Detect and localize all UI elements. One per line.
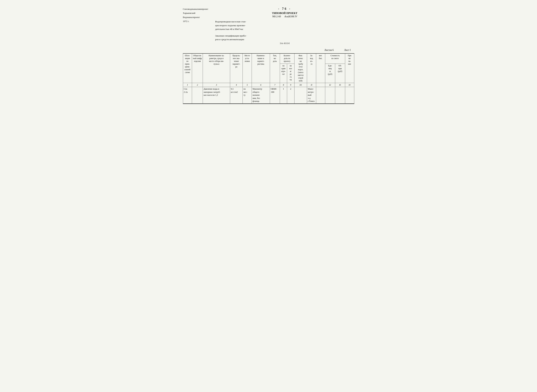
cell-name: Манометробщегоназначения, безфланца bbox=[252, 87, 270, 104]
cell-qty-all: 2 bbox=[287, 87, 294, 104]
description: Водопроводная насосная стан- ция второго… bbox=[215, 20, 354, 31]
table-row: I-2а2-2а Давление воды внапорных патруб-… bbox=[183, 87, 354, 104]
project-number-row: 90I-2-60 АльБОМ IV bbox=[215, 15, 354, 18]
header: Союзводоканалниипроект Харьковский Водок… bbox=[183, 7, 354, 45]
spec-line3: ЭА-ЗСО/I bbox=[215, 41, 354, 45]
org-year: 1972 г. bbox=[183, 19, 208, 23]
org-line2: Харьковский bbox=[183, 11, 208, 15]
num-7: 7 bbox=[270, 83, 280, 87]
total-sheets: Листов 6 bbox=[324, 49, 334, 51]
cell-cost-unit bbox=[325, 87, 335, 104]
cell-range: 9,5кгс/см2 bbox=[230, 87, 243, 104]
spec-title: Заказная спецификация прибо- ров и средс… bbox=[215, 34, 354, 45]
num-5: 5 bbox=[243, 83, 252, 87]
col-header-4: Предель-ное зна-чениепарамет-ра bbox=[230, 54, 243, 83]
col-header-1: ЕЕпо-зициипоприн-ципи-альнойсхеме bbox=[183, 54, 192, 83]
col-header-2: Общесов-ный шифризделия bbox=[192, 54, 203, 83]
main-table-container: ЕЕпо-зициипоприн-ципи-альнойсхеме Общесо… bbox=[183, 53, 354, 104]
num-3: 3 bbox=[203, 83, 230, 87]
num-12: I2 bbox=[325, 83, 335, 87]
cell-cost-total bbox=[335, 87, 345, 104]
col-header-9: Фак-тическитребуетсяиздел.(заполняетсяст… bbox=[294, 54, 307, 83]
num-12-label bbox=[316, 83, 325, 87]
num-2: 2 bbox=[192, 83, 203, 87]
num-4: 4 bbox=[230, 83, 243, 87]
header-center: - 76 - ТИПОВОЙ ПРОЕКТ 90I-2-60 АльБОМ IV… bbox=[208, 7, 354, 45]
cell-description: Давление воды внапорных патруб-ках насос… bbox=[203, 87, 230, 104]
num-8: 8 bbox=[280, 83, 287, 87]
album-number: АльБОМ IV bbox=[284, 15, 297, 18]
project-type: ТИПОВОЙ ПРОЕКТ bbox=[215, 12, 354, 15]
cell-qty-one: I bbox=[280, 87, 287, 104]
cell-note bbox=[345, 87, 354, 104]
org-line1: Союзводоканалниипроект bbox=[183, 7, 208, 11]
header-left: Союзводоканалниипроект Харьковский Водок… bbox=[183, 7, 208, 45]
desc-line3: дительностью 48 и 90м³/час bbox=[215, 27, 354, 31]
page-number: - 76 - bbox=[215, 7, 354, 11]
col-header-11: вит.бит. bbox=[316, 54, 325, 83]
current-sheet: Лист I bbox=[344, 49, 351, 51]
num-11: II bbox=[307, 83, 316, 87]
spec-line1: Заказная спецификация прибо- bbox=[215, 34, 354, 38]
col-header-12: Еди-ницы(руб) bbox=[325, 64, 335, 83]
spec-line2: ров и средств автоматизации bbox=[215, 37, 354, 41]
table-header-row: ЕЕпо-зициипоприн-ципи-альнойсхеме Общесо… bbox=[183, 54, 354, 64]
sheet-info: Листов 6 Лист I bbox=[183, 49, 354, 51]
num-10: IO bbox=[294, 83, 307, 87]
specification-table: ЕЕпо-зициипоприн-ципи-альнойсхеме Общесо… bbox=[183, 54, 354, 104]
desc-line2: ция второго подъема произво- bbox=[215, 23, 354, 28]
num-6: 6 bbox=[252, 83, 270, 87]
num-1: I bbox=[183, 83, 192, 87]
num-14: I4 bbox=[345, 83, 354, 87]
col-header-5: Местоуста-новки bbox=[243, 54, 252, 83]
cell-type: ОБМI--I00 bbox=[270, 87, 280, 104]
project-number: 90I-2-60 bbox=[272, 15, 281, 18]
col-header-12-group: Стоимостьпо смете bbox=[325, 54, 345, 64]
desc-line1: Водопроводная насосная стан- bbox=[215, 20, 354, 23]
col-header-10: За-водиз-го bbox=[307, 54, 316, 83]
table-num-row: I 2 3 4 5 6 7 8 9 IO II I2 IS I4 bbox=[183, 83, 354, 87]
col-header-14: Примеча-ние bbox=[345, 54, 354, 83]
cell-location: помес-ту bbox=[243, 87, 252, 104]
num-9: 9 bbox=[287, 83, 294, 87]
cell-position: I-2а2-2а bbox=[183, 87, 192, 104]
cell-actual bbox=[294, 87, 307, 104]
col-header-8b: навсеагрегаты bbox=[287, 64, 294, 83]
col-header-6: Наимено-вание ихаракте-ристика bbox=[252, 54, 270, 83]
cell-col11 bbox=[316, 87, 325, 104]
cell-code bbox=[192, 87, 203, 104]
col-header-8a: наодинагре-гат bbox=[280, 64, 287, 83]
org-line3: Водоканалпроект bbox=[183, 15, 208, 19]
col-header-3: Наименование па-раметра, среда иместо от… bbox=[203, 54, 230, 83]
col-header-8-group: Количе-дель попроекту bbox=[280, 54, 294, 64]
col-header-13: Об-щая(руб) bbox=[335, 64, 345, 83]
num-13: IS bbox=[335, 83, 345, 87]
col-header-7: Тип,модель bbox=[270, 54, 280, 83]
cell-manufacturer: Мано-метро-выйз-дг.Томск bbox=[307, 87, 316, 104]
